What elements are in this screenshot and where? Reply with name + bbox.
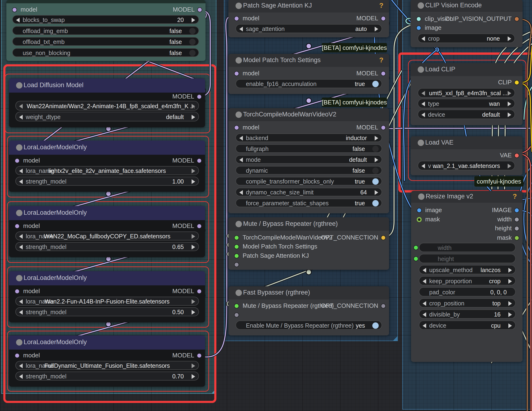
node-model-patch[interactable]: Model Patch Torch Settings?modelMODELena… <box>228 54 389 94</box>
input-slot-dot[interactable] <box>15 158 19 163</box>
widget-fullgraph[interactable]: fullgraphfalse <box>236 144 382 153</box>
widget-sage_attention[interactable]: sage_attentionauto <box>236 24 382 33</box>
widget-input-dot[interactable] <box>413 256 418 261</box>
decrement-arrow-icon[interactable] <box>239 136 243 141</box>
node-fast-bypasser[interactable]: Fast Bypasser (rgthree)Mute / Bypass Rep… <box>228 286 389 335</box>
widget-lora_name[interactable]: lora_nameWan2.2-Fun-A14B-InP-Fusion-Elit… <box>15 297 199 306</box>
node-lora-2[interactable]: LoraLoaderModelOnlymodelMODELlora_nameWA… <box>9 206 205 257</box>
widget-file[interactable]: Wan22Animate/Wan2_2-Animate-14B_fp8_scal… <box>15 101 199 111</box>
widget-backend[interactable]: backendinductor <box>236 134 382 142</box>
decrement-arrow-icon[interactable] <box>19 245 23 249</box>
toggle-knob[interactable] <box>372 167 379 174</box>
node-load-diffusion[interactable]: Load Diffusion ModelMODELWan22Animate/Wa… <box>9 78 205 127</box>
toggle-knob[interactable] <box>189 39 196 45</box>
node-resize-image[interactable]: Resize Image v2?imageIMAGEmaskwidthheigh… <box>411 191 522 362</box>
widget-input-dot[interactable] <box>413 245 418 250</box>
decrement-arrow-icon[interactable] <box>19 104 23 109</box>
output-slot-dot[interactable] <box>197 289 202 294</box>
decrement-arrow-icon[interactable] <box>423 312 426 317</box>
input-slot-dot[interactable] <box>234 16 239 21</box>
decrement-arrow-icon[interactable] <box>19 374 23 379</box>
node-patch-sage[interactable]: Patch Sage Attention KJ?modelMODELsage_a… <box>228 0 389 37</box>
input-slot-dot[interactable] <box>234 304 239 308</box>
widget-lora_name[interactable]: lora_nameWAN22_MoCap_fullbodyCOPY_ED.saf… <box>15 231 199 240</box>
widget-device[interactable]: devicedefault <box>418 110 515 119</box>
node-collapse-dot[interactable] <box>16 82 22 89</box>
help-icon[interactable]: ? <box>379 56 383 64</box>
input-slot-dot[interactable] <box>417 217 422 222</box>
node-collapse-dot[interactable] <box>236 290 242 296</box>
toggle-knob[interactable] <box>372 146 379 152</box>
output-slot-dot[interactable] <box>381 304 386 308</box>
input-slot-dot[interactable] <box>234 71 239 76</box>
node-collapse-dot[interactable] <box>16 144 22 151</box>
node-collapse-dot[interactable] <box>418 2 424 9</box>
node-collapse-dot[interactable] <box>236 57 242 64</box>
widget-crop_position[interactable]: crop_positiontop <box>419 298 516 307</box>
input-slot-dot[interactable] <box>15 224 19 229</box>
node-torch-compile[interactable]: TorchCompileModelWanVideoV2modelMODELbac… <box>228 108 389 213</box>
toggle-knob[interactable] <box>372 200 379 206</box>
increment-arrow-icon[interactable] <box>375 158 378 162</box>
output-slot-dot[interactable] <box>514 226 519 231</box>
increment-arrow-icon[interactable] <box>508 312 512 317</box>
output-slot-dot[interactable] <box>514 153 519 158</box>
input-slot-dot[interactable] <box>234 244 239 249</box>
reroute-dot[interactable] <box>306 43 311 49</box>
widget-blocks_to_swap[interactable]: blocks_to_swap20 <box>12 15 199 24</box>
node-header[interactable]: Load VAE <box>411 136 522 150</box>
output-slot-dot[interactable] <box>514 17 519 21</box>
decrement-arrow-icon[interactable] <box>239 27 243 31</box>
widget-width[interactable]: width <box>419 243 516 252</box>
node-header[interactable]: Model Patch Torch Settings? <box>228 54 389 67</box>
toggle-knob[interactable] <box>372 322 379 329</box>
output-slot-dot[interactable] <box>381 16 386 21</box>
widget-strength_model[interactable]: strength_model0.70 <box>15 372 199 381</box>
output-slot-dot[interactable] <box>381 235 386 240</box>
node-collapse-dot[interactable] <box>418 66 424 73</box>
decrement-arrow-icon[interactable] <box>19 310 23 315</box>
widget-force_parameter_static_shapes[interactable]: force_parameter_static_shapestrue <box>236 199 382 207</box>
increment-arrow-icon[interactable] <box>375 27 378 31</box>
node-load-vae[interactable]: Load VAEVAEv ...wan_2.1_vae.safetensors <box>411 136 522 175</box>
node-collapse-dot[interactable] <box>16 339 22 345</box>
widget-strength_model[interactable]: strength_model0.65 <box>15 242 199 251</box>
decrement-arrow-icon[interactable] <box>423 301 426 306</box>
output-slot-dot[interactable] <box>514 217 519 222</box>
node-header[interactable]: LoraLoaderModelOnly <box>9 141 205 155</box>
output-slot-dot[interactable] <box>197 94 202 99</box>
widget-strength_model[interactable]: strength_model1.00 <box>15 177 199 186</box>
widget-divisible_by[interactable]: divisible_by16 <box>419 309 516 319</box>
increment-arrow-icon[interactable] <box>192 179 195 184</box>
increment-arrow-icon[interactable] <box>192 245 195 249</box>
increment-arrow-icon[interactable] <box>192 374 195 379</box>
node-collapse-dot[interactable] <box>236 221 242 227</box>
decrement-arrow-icon[interactable] <box>421 91 425 96</box>
input-slot-dot[interactable] <box>15 289 19 294</box>
node-header[interactable]: Load Diffusion Model <box>9 78 205 93</box>
node-collapse-dot[interactable] <box>236 3 242 9</box>
output-slot-dot[interactable] <box>381 125 386 130</box>
widget-file[interactable]: umt5_xxl_fp8_e4m3fn_scal ... <box>418 88 515 97</box>
widget-lora_name[interactable]: lora_namelightx2v_elite_it2v_animate_fac… <box>15 166 199 175</box>
increment-arrow-icon[interactable] <box>192 104 195 109</box>
reroute-dot[interactable] <box>306 98 311 103</box>
reroute-dot[interactable] <box>106 191 111 196</box>
widget-placeholder[interactable]: height <box>438 256 454 262</box>
input-slot-dot[interactable] <box>234 262 239 267</box>
output-slot-dot[interactable] <box>381 71 386 76</box>
widget-device[interactable]: devicecpu <box>419 321 516 330</box>
toggle-knob[interactable] <box>189 50 196 56</box>
increment-arrow-icon[interactable] <box>508 164 511 168</box>
node-header[interactable]: LoraLoaderModelOnly <box>9 335 205 350</box>
widget-lora_name[interactable]: lora_nameFullDynamic_Ultimate_Fusion_Eli… <box>15 361 199 370</box>
help-icon[interactable]: ? <box>379 2 383 10</box>
widget-Enable Mute / Bypass Repeater (rgthree)[interactable]: Enable Mute / Bypass Repeater (rgthree)y… <box>236 321 382 330</box>
node-header[interactable]: Patch Sage Attention KJ? <box>228 0 389 13</box>
input-slot-dot[interactable] <box>234 125 239 130</box>
widget-placeholder[interactable]: width <box>438 244 451 251</box>
node-graph-canvas[interactable]: modelMODELblocks_to_swap20offload_img_em… <box>0 0 532 411</box>
increment-arrow-icon[interactable] <box>192 169 195 173</box>
decrement-arrow-icon[interactable] <box>423 268 426 273</box>
decrement-arrow-icon[interactable] <box>16 18 19 22</box>
